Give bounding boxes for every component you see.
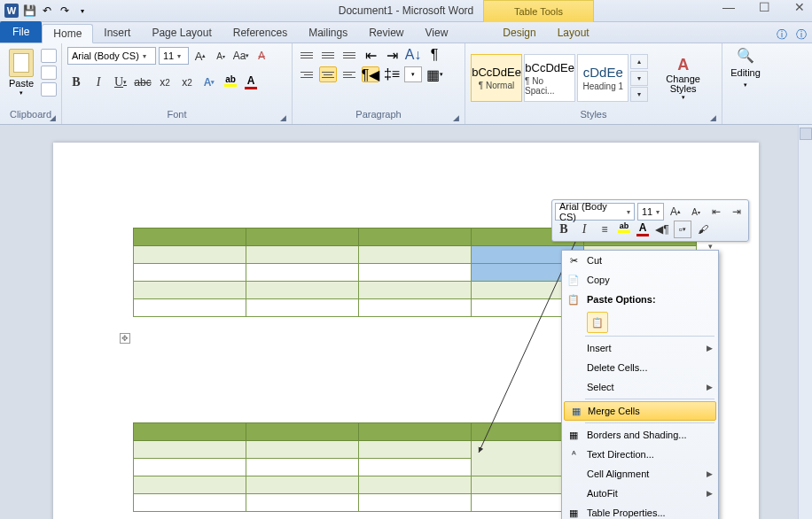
- paste-icon: [9, 49, 34, 77]
- help-icon[interactable]: ⓘ: [796, 27, 807, 43]
- line-spacing-icon[interactable]: ‡≡: [383, 66, 401, 82]
- styles-gallery-down-icon[interactable]: ▾: [630, 71, 648, 86]
- tab-review[interactable]: Review: [358, 23, 414, 43]
- align-center-icon[interactable]: [319, 66, 337, 82]
- maximize-button[interactable]: ☐: [755, 0, 773, 14]
- group-clipboard: Paste ▾ Clipboard◢: [0, 43, 62, 124]
- tab-page-layout[interactable]: Page Layout: [141, 23, 222, 43]
- align-right-icon[interactable]: [298, 66, 316, 82]
- ruler-strip: [798, 125, 812, 519]
- menu-cut[interactable]: ✂Cut: [562, 251, 718, 270]
- grow-font-icon[interactable]: A▴: [191, 47, 209, 65]
- tab-view[interactable]: View: [415, 23, 459, 43]
- close-button[interactable]: ✕: [791, 0, 808, 14]
- mini-font-combo[interactable]: Arial (Body CS)▾: [555, 203, 635, 221]
- underline-button[interactable]: U▾: [112, 74, 129, 91]
- increase-indent-icon[interactable]: ⇥: [383, 47, 401, 63]
- cut-icon[interactable]: [41, 49, 57, 63]
- mini-font-color-icon[interactable]: A: [635, 221, 651, 237]
- mini-highlight-icon[interactable]: ab: [616, 221, 632, 237]
- mini-increase-indent-icon[interactable]: ⇥: [728, 203, 746, 221]
- styles-gallery-more-icon[interactable]: ▾: [630, 87, 648, 102]
- menu-text-direction[interactable]: ᴬText Direction...: [562, 445, 718, 464]
- tab-mailings[interactable]: Mailings: [298, 23, 358, 43]
- copy-icon[interactable]: [41, 66, 57, 80]
- mini-shading-icon[interactable]: ▫▾: [674, 221, 691, 238]
- tab-layout[interactable]: Layout: [547, 23, 600, 43]
- submenu-arrow-icon: ▶: [707, 383, 713, 391]
- menu-copy[interactable]: 📄Copy: [562, 270, 718, 290]
- style-no-spacing[interactable]: bCcDdEe ¶ No Spaci...: [524, 54, 575, 102]
- menu-autofit[interactable]: AutoFit▶: [562, 484, 718, 503]
- mini-decrease-indent-icon[interactable]: ⇤: [707, 203, 725, 221]
- numbering-icon[interactable]: [319, 47, 337, 63]
- align-left-icon[interactable]: [340, 66, 358, 82]
- change-styles-button[interactable]: A Change Styles ▾: [650, 56, 716, 101]
- redo-icon[interactable]: ↷: [57, 3, 73, 19]
- tab-design[interactable]: Design: [492, 23, 546, 43]
- menu-cell-alignment[interactable]: Cell Alignment▶: [562, 464, 718, 484]
- decrease-indent-icon[interactable]: ⇤: [362, 47, 379, 63]
- tab-home[interactable]: Home: [42, 24, 93, 43]
- paste-label: Paste: [9, 78, 34, 89]
- superscript-button[interactable]: x2: [178, 74, 196, 91]
- clear-formatting-icon[interactable]: A̶: [253, 47, 270, 65]
- bold-button[interactable]: B: [67, 74, 85, 91]
- mini-indent-left-icon[interactable]: ◀¶: [653, 221, 671, 238]
- font-family-combo[interactable]: Arial (Body CS)▾: [67, 47, 156, 65]
- format-painter-icon[interactable]: [41, 82, 57, 97]
- minimize-button[interactable]: —: [720, 0, 738, 14]
- menu-select[interactable]: Select▶: [562, 377, 718, 397]
- italic-button[interactable]: I: [90, 74, 107, 91]
- qat-dropdown-icon[interactable]: ▾: [74, 3, 90, 19]
- text-effects-icon[interactable]: A▾: [200, 74, 218, 91]
- menu-delete-cells[interactable]: Delete Cells...: [562, 358, 718, 377]
- tab-file[interactable]: File: [0, 21, 42, 43]
- font-color-icon[interactable]: A: [243, 74, 259, 90]
- ribbon-minimize-icon[interactable]: ⓘ: [777, 27, 787, 43]
- shading-icon[interactable]: ▾: [404, 66, 422, 82]
- mini-shrink-font-icon[interactable]: A▾: [687, 203, 705, 221]
- sort-icon[interactable]: A↓: [404, 47, 422, 63]
- subscript-button[interactable]: x2: [156, 74, 174, 91]
- bullets-icon[interactable]: [298, 47, 316, 63]
- mini-grow-font-icon[interactable]: A▴: [667, 203, 684, 221]
- tab-insert[interactable]: Insert: [93, 23, 141, 43]
- tab-references[interactable]: References: [223, 23, 298, 43]
- mini-format-painter-icon[interactable]: 🖌: [694, 221, 712, 238]
- style-heading1[interactable]: cDdEe Heading 1: [577, 54, 629, 102]
- highlight-color-icon[interactable]: ab: [223, 74, 238, 90]
- style-normal[interactable]: bCcDdEe ¶ Normal: [471, 54, 522, 102]
- menu-borders-shading[interactable]: ▦Borders and Shading...: [562, 425, 718, 445]
- menu-merge-cells[interactable]: ▦Merge Cells: [564, 401, 716, 421]
- mini-bold-button[interactable]: B: [555, 221, 573, 238]
- show-marks-icon[interactable]: ¶: [426, 47, 443, 63]
- menu-insert[interactable]: Insert▶: [562, 338, 718, 358]
- mini-align-icon[interactable]: ≡: [596, 221, 613, 238]
- borders-icon: ▦: [566, 427, 582, 443]
- group-paragraph: ⇤ ⇥ A↓ ¶ ¶◀ ‡≡ ▾ ▦▾ Paragraph◢: [293, 43, 465, 124]
- strikethrough-button[interactable]: abc: [134, 74, 152, 91]
- menu-table-properties[interactable]: ▦Table Properties...: [562, 503, 718, 519]
- save-icon[interactable]: 💾: [21, 3, 37, 19]
- ruler-toggle-icon[interactable]: [800, 128, 812, 140]
- undo-icon[interactable]: ↶: [39, 3, 55, 19]
- table-move-handle-icon[interactable]: ✥: [120, 333, 130, 344]
- font-size-combo[interactable]: 11▾: [159, 47, 189, 65]
- change-case-icon[interactable]: Aa▾: [232, 47, 250, 65]
- group-label-font: Font◢: [67, 109, 286, 122]
- paste-keep-source-icon[interactable]: 📋: [587, 312, 608, 333]
- group-label-paragraph: Paragraph◢: [298, 109, 459, 122]
- paste-icon: 📋: [566, 291, 582, 307]
- styles-gallery-up-icon[interactable]: ▴: [630, 54, 648, 69]
- copy-icon: 📄: [566, 272, 582, 288]
- mini-size-combo[interactable]: 11▾: [637, 203, 664, 221]
- multilevel-list-icon[interactable]: [340, 47, 358, 63]
- shrink-font-icon[interactable]: A▾: [212, 47, 230, 65]
- borders-icon[interactable]: ▦▾: [426, 66, 443, 82]
- paste-button[interactable]: Paste ▾: [5, 47, 37, 98]
- mini-italic-button[interactable]: I: [575, 221, 593, 238]
- menu-paste-options: 📋Paste Options:: [562, 290, 718, 309]
- editing-button[interactable]: 🔍 Editing ▾: [728, 47, 763, 109]
- justify-icon[interactable]: ¶◀: [362, 66, 379, 82]
